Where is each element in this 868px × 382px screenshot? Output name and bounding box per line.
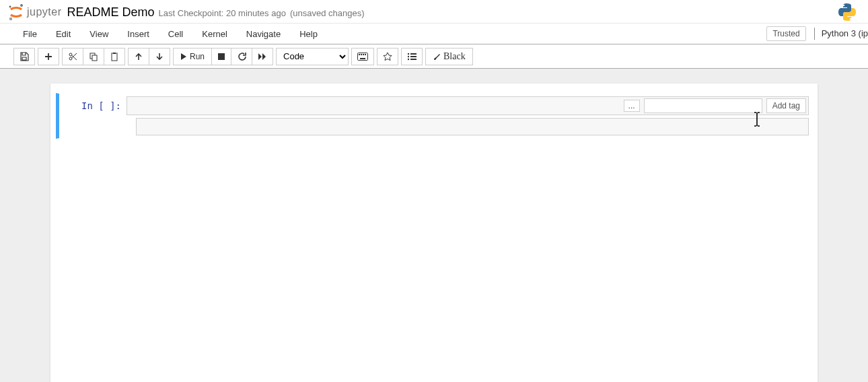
run-button[interactable]: Run <box>173 48 212 65</box>
command-palette-button[interactable] <box>377 48 398 65</box>
input-prompt: In [ ]: <box>59 96 126 135</box>
notebook-name[interactable]: README Demo <box>67 5 155 20</box>
jupyter-logo-icon <box>7 3 26 22</box>
svg-point-2 <box>9 6 11 8</box>
tag-toolbar: ... Add tag <box>126 96 809 115</box>
kernel-name[interactable]: Python 3 (ip <box>814 28 868 40</box>
svg-rect-14 <box>361 54 362 55</box>
svg-rect-8 <box>92 55 97 61</box>
fast-forward-icon <box>258 53 267 61</box>
checkpoint-status: Last Checkpoint: 20 minutes ago <box>159 8 286 18</box>
save-icon <box>20 52 29 61</box>
toc-button[interactable] <box>401 48 423 65</box>
copy-icon <box>89 52 98 61</box>
restart-run-all-button[interactable] <box>252 48 273 65</box>
menu-cell[interactable]: Cell <box>159 24 192 44</box>
arrow-up-icon <box>134 52 143 61</box>
move-down-button[interactable] <box>149 48 170 65</box>
svg-rect-21 <box>410 56 417 57</box>
autosave-status: (unsaved changes) <box>290 8 365 18</box>
svg-point-22 <box>408 58 409 59</box>
svg-point-1 <box>9 18 12 20</box>
arrow-down-icon <box>155 52 164 61</box>
insert-cell-button[interactable] <box>38 48 59 65</box>
code-input-area[interactable] <box>136 118 809 135</box>
svg-point-20 <box>408 55 409 57</box>
restart-icon <box>237 52 246 61</box>
save-button[interactable] <box>13 48 35 65</box>
menu-view[interactable]: View <box>80 24 118 44</box>
paint-brush-icon <box>433 53 441 61</box>
cell-type-select[interactable]: Code <box>276 48 349 65</box>
svg-rect-10 <box>113 53 116 54</box>
list-icon <box>407 53 417 61</box>
svg-rect-19 <box>410 53 417 55</box>
notebook-container: In [ ]: ... Add tag <box>50 84 818 382</box>
scissors-icon <box>68 52 77 61</box>
kernel-indicator-area: Trusted Python 3 (ip <box>766 26 868 41</box>
jupyter-logo-text: jupyter <box>27 6 62 18</box>
menu-edit[interactable]: Edit <box>46 24 80 44</box>
menu-file[interactable]: File <box>13 24 46 44</box>
tag-input[interactable] <box>644 98 762 113</box>
svg-point-3 <box>843 5 844 6</box>
svg-rect-16 <box>365 54 366 55</box>
plus-icon <box>44 52 53 61</box>
paste-button[interactable] <box>104 48 125 65</box>
kernel-logo <box>837 2 857 22</box>
play-icon <box>180 53 187 61</box>
black-button-label: Black <box>443 51 466 62</box>
paste-icon <box>110 52 119 61</box>
svg-rect-11 <box>218 53 225 60</box>
menu-help[interactable]: Help <box>290 24 327 44</box>
svg-rect-15 <box>363 54 364 55</box>
command-palette-icon <box>383 52 392 61</box>
menubar-row: File Edit View Insert Cell Kernel Naviga… <box>0 23 868 44</box>
cut-button[interactable] <box>62 48 83 65</box>
menu-kernel[interactable]: Kernel <box>192 24 237 44</box>
code-cell[interactable]: In [ ]: ... Add tag <box>56 93 812 139</box>
svg-rect-13 <box>359 54 360 55</box>
run-button-label: Run <box>190 52 205 61</box>
title-area: README Demo Last Checkpoint: 20 minutes … <box>67 5 365 20</box>
notebook-area: In [ ]: ... Add tag <box>0 69 868 382</box>
add-tag-button[interactable]: Add tag <box>766 98 806 113</box>
notebook-header: jupyter README Demo Last Checkpoint: 20 … <box>0 0 868 23</box>
move-up-button[interactable] <box>128 48 149 65</box>
svg-rect-23 <box>410 59 417 60</box>
svg-point-4 <box>850 18 851 20</box>
stop-button[interactable] <box>212 48 231 65</box>
svg-point-0 <box>20 4 23 7</box>
copy-button[interactable] <box>83 48 104 65</box>
python-logo-icon <box>837 2 857 22</box>
menu-insert[interactable]: Insert <box>118 24 159 44</box>
keyboard-icon <box>357 53 368 61</box>
menu-navigate[interactable]: Navigate <box>237 24 290 44</box>
black-format-button[interactable]: Black <box>425 48 473 65</box>
restart-button[interactable] <box>231 48 252 65</box>
svg-point-18 <box>408 53 409 54</box>
svg-rect-9 <box>112 53 117 61</box>
keyboard-button[interactable] <box>351 48 374 65</box>
stop-icon <box>217 53 225 61</box>
tag-menu-button[interactable]: ... <box>624 100 640 112</box>
trusted-indicator[interactable]: Trusted <box>766 26 805 41</box>
toolbar: Run Code Black <box>0 44 868 69</box>
cell-body: ... Add tag <box>126 96 809 135</box>
menubar: File Edit View Insert Cell Kernel Naviga… <box>1 24 327 44</box>
jupyter-logo[interactable]: jupyter <box>7 3 62 22</box>
svg-rect-17 <box>360 58 365 59</box>
